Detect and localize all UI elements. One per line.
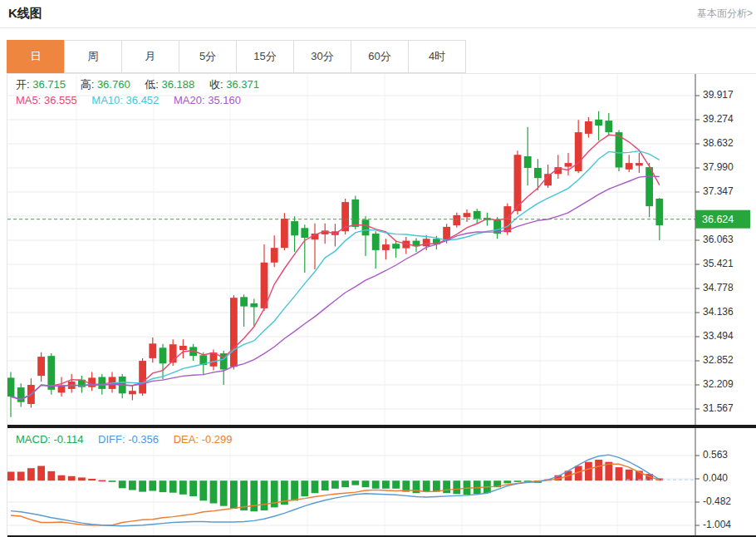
svg-text:33.494: 33.494: [703, 330, 734, 342]
tab-5分[interactable]: 5分: [179, 40, 237, 73]
tab-30分[interactable]: 30分: [293, 40, 351, 73]
macd-chart[interactable]: 0.5630.040-0.482-1.004: [7, 428, 756, 535]
svg-text:-0.482: -0.482: [703, 495, 731, 507]
tab-60分[interactable]: 60分: [351, 40, 409, 73]
svg-text:32.852: 32.852: [703, 354, 734, 366]
page-title: K线图: [8, 6, 42, 22]
tab-月[interactable]: 月: [121, 40, 179, 73]
svg-text:36.624: 36.624: [702, 214, 734, 225]
svg-text:34.778: 34.778: [703, 282, 734, 293]
svg-text:38.632: 38.632: [703, 137, 734, 149]
svg-text:39.917: 39.917: [703, 89, 734, 101]
tab-15分[interactable]: 15分: [236, 40, 294, 73]
header: K线图 基本面分析>: [0, 0, 756, 28]
svg-text:36.063: 36.063: [703, 234, 734, 245]
svg-text:37.990: 37.990: [703, 161, 734, 173]
current-price-badge: 36.624: [695, 210, 750, 229]
svg-text:34.136: 34.136: [703, 306, 734, 318]
diff-line: [11, 455, 660, 526]
ma5-line: [11, 135, 660, 399]
svg-text:37.347: 37.347: [703, 185, 734, 197]
svg-text:0.040: 0.040: [703, 472, 728, 484]
chart-box: 开: 36.715 高: 36.760 低: 36.188 收: 36.371 …: [7, 73, 756, 537]
kline-widget: K线图 基本面分析> 日周月5分15分30分60分4时 开: 36.715 高:…: [0, 0, 756, 537]
period-tabs: 日周月5分15分30分60分4时: [7, 40, 756, 73]
ma10-line: [11, 151, 660, 400]
tab-周[interactable]: 周: [64, 40, 122, 73]
svg-text:0.563: 0.563: [703, 449, 728, 461]
svg-text:39.274: 39.274: [703, 113, 734, 125]
candles-layer: [7, 120, 663, 404]
svg-text:35.421: 35.421: [703, 258, 734, 269]
svg-text:31.567: 31.567: [703, 402, 734, 414]
ma20-line: [11, 176, 660, 400]
main-kline-chart[interactable]: 39.91739.27438.63237.99037.34736.70536.0…: [7, 74, 756, 425]
tab-日[interactable]: 日: [7, 40, 65, 73]
fundamental-analysis-link[interactable]: 基本面分析>: [697, 7, 753, 21]
svg-text:32.209: 32.209: [703, 378, 734, 390]
svg-text:-1.004: -1.004: [703, 519, 731, 530]
tab-4时[interactable]: 4时: [408, 40, 466, 73]
dea-line: [11, 464, 660, 525]
